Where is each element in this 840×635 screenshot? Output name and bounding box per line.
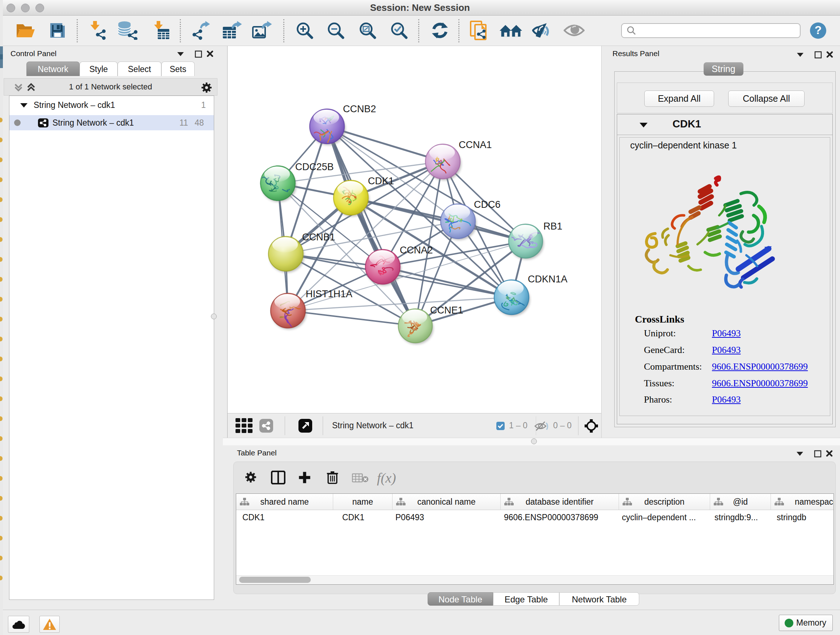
svg-text:CDC25B: CDC25B (295, 162, 334, 172)
svg-text:CDC6: CDC6 (474, 199, 501, 210)
svg-text:CCNB2: CCNB2 (343, 103, 376, 114)
svg-text:?: ? (815, 24, 822, 36)
svg-text:CCNA2: CCNA2 (400, 245, 433, 256)
svg-text:HIST1H1A: HIST1H1A (306, 288, 352, 299)
svg-text:CCNE1: CCNE1 (430, 305, 463, 316)
svg-text:RB1: RB1 (543, 221, 562, 232)
svg-text:CCNA1: CCNA1 (459, 139, 492, 150)
svg-text:CCNB1: CCNB1 (302, 232, 335, 242)
svg-text:CDK1: CDK1 (368, 176, 394, 187)
svg-text:CDKN1A: CDKN1A (528, 274, 568, 285)
